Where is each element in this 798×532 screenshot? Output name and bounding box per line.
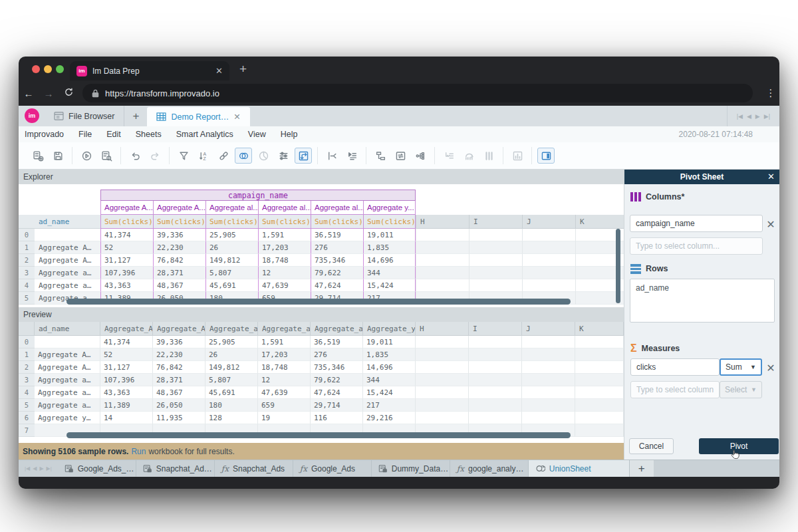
cell[interactable] bbox=[469, 399, 522, 412]
cell[interactable]: Aggregate y… bbox=[35, 412, 100, 424]
sheet-nav-icon[interactable]: ▶| bbox=[47, 466, 52, 471]
cell[interactable]: 659 bbox=[258, 399, 311, 412]
cell[interactable] bbox=[522, 348, 575, 361]
preview-column-header[interactable]: Aggregate_a… bbox=[205, 322, 258, 336]
cell[interactable] bbox=[522, 399, 575, 412]
cell[interactable]: 19,011 bbox=[363, 229, 416, 241]
cell[interactable]: 47,639 bbox=[258, 386, 311, 399]
cell[interactable] bbox=[35, 229, 100, 241]
pivot-group-header[interactable]: campaign_name bbox=[100, 190, 416, 201]
menu-item-improvado[interactable]: Improvado bbox=[19, 130, 71, 139]
tab-close-icon[interactable]: ✕ bbox=[233, 112, 240, 122]
search-sheet-icon[interactable] bbox=[98, 148, 115, 164]
menu-item-edit[interactable]: Edit bbox=[99, 130, 128, 139]
cell[interactable]: 47,624 bbox=[311, 386, 363, 399]
row-number[interactable]: 1 bbox=[19, 348, 35, 361]
cell[interactable]: 1,591 bbox=[258, 336, 311, 348]
cell[interactable]: 1,835 bbox=[363, 348, 416, 361]
cell[interactable]: 19 bbox=[258, 412, 311, 424]
cell[interactable] bbox=[416, 412, 469, 424]
browser-menu-icon[interactable]: ⋮ bbox=[762, 87, 779, 99]
explorer-horizontal-scrollbar[interactable] bbox=[66, 299, 571, 305]
cell[interactable]: 43,363 bbox=[100, 279, 153, 292]
cell[interactable]: 18,748 bbox=[258, 254, 311, 267]
cell[interactable]: 344 bbox=[363, 374, 416, 386]
cell[interactable] bbox=[469, 336, 522, 348]
cell[interactable] bbox=[522, 241, 575, 254]
sheet-tab-snapchat-ad-[interactable]: Snapchat_Ad… bbox=[136, 460, 215, 477]
cell[interactable]: 17,203 bbox=[258, 348, 311, 361]
remove-measure-icon[interactable]: ✕ bbox=[765, 362, 776, 374]
cell[interactable] bbox=[522, 229, 575, 241]
columns-icon[interactable] bbox=[480, 148, 497, 164]
measure-header[interactable]: Sum(clicks) bbox=[100, 215, 153, 229]
cell[interactable]: 128 bbox=[205, 412, 258, 424]
sheet-tab-dummy-data-[interactable]: Dummy_Data… bbox=[372, 460, 450, 477]
row-number[interactable]: 6 bbox=[19, 412, 35, 424]
pivot-subheader[interactable]: Aggregate al... bbox=[311, 201, 363, 215]
sheet-tab-google-ads-[interactable]: Google_Ads_… bbox=[58, 460, 136, 477]
cell[interactable] bbox=[522, 336, 575, 348]
cell[interactable]: 276 bbox=[311, 348, 363, 361]
measure-header[interactable]: Sum(clicks) bbox=[363, 215, 416, 229]
cell[interactable] bbox=[575, 374, 624, 386]
cell[interactable] bbox=[416, 361, 469, 374]
row-number[interactable]: 2 bbox=[19, 254, 35, 267]
cell[interactable]: 25,905 bbox=[205, 229, 258, 241]
tab-close-icon[interactable]: ✕ bbox=[215, 66, 223, 76]
preview-column-header[interactable]: Aggregate_y… bbox=[363, 322, 416, 336]
cell[interactable]: 39,336 bbox=[153, 229, 205, 241]
cell[interactable]: 276 bbox=[311, 241, 363, 254]
pivot-subheader[interactable]: Aggregate al... bbox=[205, 201, 258, 215]
menu-item-file[interactable]: File bbox=[71, 130, 99, 139]
measure-field-clicks[interactable] bbox=[630, 358, 720, 376]
cell[interactable]: 43,363 bbox=[100, 386, 153, 399]
cell[interactable]: 107,396 bbox=[100, 267, 153, 279]
cell[interactable] bbox=[469, 386, 522, 399]
cell[interactable]: 36,519 bbox=[311, 229, 363, 241]
sheet-tab-unionsheet[interactable]: UnionSheet bbox=[529, 460, 630, 477]
cell[interactable]: 14,696 bbox=[363, 254, 416, 267]
pivot-subheader[interactable]: Aggregate A... bbox=[153, 201, 205, 215]
branch-icon[interactable] bbox=[412, 148, 429, 164]
column-letter-header[interactable]: H bbox=[416, 215, 469, 229]
cell[interactable]: 29,714 bbox=[311, 399, 363, 412]
tab-demo-report[interactable]: Demo Report… ✕ bbox=[147, 107, 249, 126]
cell[interactable]: 28,371 bbox=[153, 374, 205, 386]
cell[interactable]: 14,696 bbox=[363, 361, 416, 374]
cell[interactable]: 12 bbox=[258, 267, 311, 279]
sheet-nav-icon[interactable]: |◀ bbox=[25, 466, 30, 471]
cell[interactable]: Aggregate a… bbox=[35, 399, 100, 412]
swap-icon[interactable] bbox=[392, 148, 409, 164]
aggregation-dropdown-disabled[interactable]: Select▼ bbox=[720, 381, 762, 398]
cell[interactable]: 36,519 bbox=[311, 336, 363, 348]
cell[interactable] bbox=[416, 241, 469, 254]
cell[interactable] bbox=[575, 424, 624, 437]
cell[interactable] bbox=[469, 348, 522, 361]
sheet-tab-snapchat-ads[interactable]: ƒxSnapchat_Ads bbox=[215, 460, 293, 477]
cell[interactable]: 17,203 bbox=[258, 241, 311, 254]
cell[interactable]: 5,807 bbox=[205, 267, 258, 279]
cell[interactable]: 1,591 bbox=[258, 229, 311, 241]
pivot-icon[interactable] bbox=[295, 148, 312, 164]
preview-column-header[interactable]: Aggregate_a… bbox=[258, 322, 311, 336]
cell[interactable] bbox=[575, 386, 624, 399]
cell[interactable]: Aggregate a… bbox=[35, 267, 100, 279]
cell[interactable]: 45,691 bbox=[205, 386, 258, 399]
cell[interactable]: 344 bbox=[363, 267, 416, 279]
cell[interactable]: 52 bbox=[100, 348, 153, 361]
cell[interactable]: Aggregate A… bbox=[35, 348, 100, 361]
cancel-button[interactable]: Cancel bbox=[629, 438, 674, 454]
cell[interactable]: 5,807 bbox=[205, 374, 258, 386]
column-letter-header[interactable]: H bbox=[416, 322, 469, 336]
cell[interactable] bbox=[522, 279, 575, 292]
history-nav-icon[interactable]: ▶| bbox=[764, 113, 770, 120]
history-nav-icon[interactable]: ◀ bbox=[747, 113, 751, 120]
outline-icon[interactable] bbox=[343, 148, 360, 164]
cell[interactable]: 47,639 bbox=[258, 279, 311, 292]
cell[interactable]: 11,935 bbox=[153, 412, 205, 424]
column-letter-header[interactable]: K bbox=[575, 215, 624, 229]
cell[interactable] bbox=[575, 336, 624, 348]
cell[interactable]: 12 bbox=[258, 374, 311, 386]
row-number[interactable]: 7 bbox=[19, 424, 35, 437]
